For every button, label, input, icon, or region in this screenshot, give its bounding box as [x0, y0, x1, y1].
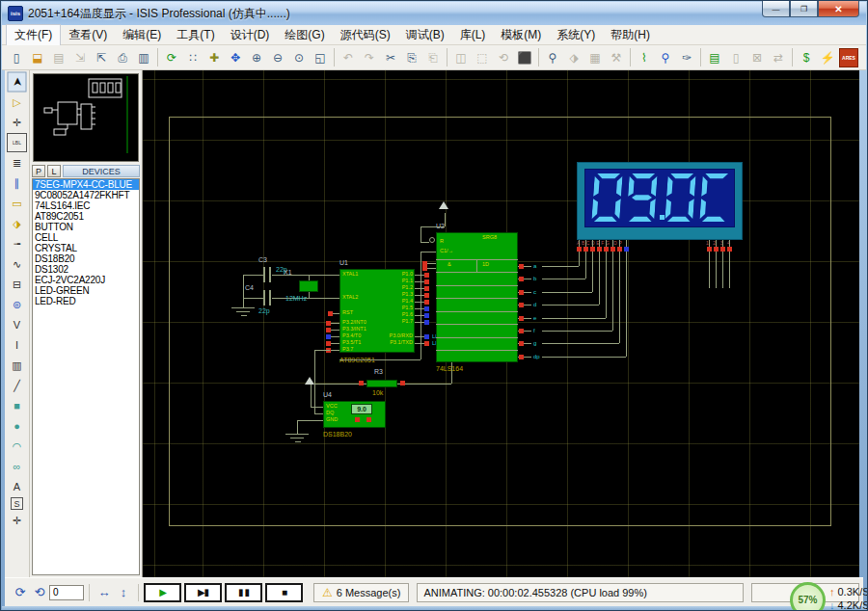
line-2d-icon[interactable]: ╱ [7, 376, 27, 395]
symbol-2d-icon[interactable]: S [11, 497, 23, 510]
undo-icon[interactable]: ↶ [339, 48, 358, 67]
flip-vertical-button[interactable]: ↕ [114, 584, 133, 601]
new-sheet-icon[interactable]: ▯ [726, 48, 746, 67]
refresh-icon[interactable]: ⟳ [162, 48, 181, 67]
junction-dot-icon[interactable]: ✛ [7, 113, 27, 132]
message-bar[interactable]: ⚠ 6 Message(s) [313, 583, 409, 602]
export-section-icon[interactable]: ⇱ [92, 48, 111, 67]
menu-item-7[interactable]: 调试(B) [398, 25, 452, 45]
design-explorer-icon[interactable]: ▤ [705, 48, 724, 67]
circle-2d-icon[interactable]: ● [7, 416, 27, 436]
subcircuit-icon[interactable]: ▭ [7, 194, 27, 213]
search-tag-icon[interactable]: ⚲ [656, 48, 675, 67]
redo-icon[interactable]: ↷ [360, 48, 379, 67]
flip-horizontal-button[interactable]: ↔ [95, 584, 114, 601]
copy-icon[interactable]: ⎘ [402, 48, 421, 67]
zoom-in-icon[interactable]: ⊕ [247, 48, 266, 67]
device-item-CRYSTAL[interactable]: CRYSTAL [33, 243, 139, 253]
cut-icon[interactable]: ✂ [381, 48, 400, 67]
save-design-icon[interactable]: ▤ [49, 48, 68, 67]
rotation-angle-input[interactable] [49, 585, 84, 600]
block-copy-icon[interactable]: ◫ [451, 48, 471, 67]
text-script-icon[interactable]: ≣ [7, 153, 27, 173]
device-item-74LS164.IEC[interactable]: 74LS164.IEC [33, 200, 139, 211]
crystal-x1[interactable] [299, 280, 318, 292]
menu-item-4[interactable]: 设计(D) [223, 25, 278, 45]
menu-item-8[interactable]: 库(L) [452, 25, 494, 45]
block-move-icon[interactable]: ⬚ [473, 48, 492, 67]
maximize-button[interactable]: ❐ [790, 1, 818, 17]
remove-sheet-icon[interactable]: ⊠ [747, 48, 767, 67]
packaging-tool-icon[interactable]: ▦ [585, 48, 605, 67]
paste-icon[interactable]: ⎗ [423, 48, 443, 67]
device-item-9C08052A1472FKHFT[interactable]: 9C08052A1472FKHFT [33, 190, 139, 200]
menu-item-6[interactable]: 源代码(S) [333, 25, 398, 45]
block-rotate-icon[interactable]: ⟲ [494, 48, 513, 67]
menu-item-11[interactable]: 帮助(H) [603, 25, 658, 45]
close-button[interactable]: ✕ [818, 1, 859, 17]
device-item-AT89C2051[interactable]: AT89C2051 [33, 211, 139, 222]
terminal-icon[interactable]: ⬗ [7, 214, 27, 233]
netlist-to-ares-icon[interactable]: ARES [839, 48, 858, 67]
step-button[interactable]: ▶▮ [184, 583, 222, 602]
current-probe-icon[interactable]: I [7, 335, 27, 355]
menu-item-2[interactable]: 编辑(E) [115, 25, 169, 45]
wire-autorouter-icon[interactable]: ⌇ [635, 48, 654, 67]
selection-mode-icon[interactable]: ➤ [8, 72, 27, 93]
device-item-CELL[interactable]: CELL [33, 232, 139, 243]
buses-icon[interactable]: ∥ [7, 173, 27, 193]
device-item-7SEG-MPX4-CC-BLUE[interactable]: 7SEG-MPX4-CC-BLUE [33, 179, 139, 190]
path-2d-icon[interactable]: ∞ [7, 457, 27, 476]
zoom-all-icon[interactable]: ⊙ [289, 48, 309, 67]
zoom-out-icon[interactable]: ⊖ [268, 48, 287, 67]
minimize-button[interactable]: — [762, 1, 790, 17]
pause-button[interactable]: ▮ ▮ [225, 583, 262, 602]
resistor-r3[interactable] [366, 380, 397, 387]
device-item-LED-GREEN[interactable]: LED-GREEN [33, 285, 139, 296]
device-item-DS18B20[interactable]: DS18B20 [33, 253, 139, 264]
menu-item-5[interactable]: 绘图(G) [277, 25, 332, 45]
pick-devices-button[interactable]: P [32, 165, 45, 177]
rotate-ccw-button[interactable]: ⟲ [30, 584, 49, 601]
property-assignment-icon[interactable]: ✑ [677, 48, 696, 67]
rotate-cw-button[interactable]: ⟳ [11, 584, 30, 601]
titlebar[interactable]: isis 2051+164温度显示 - ISIS Professional (仿… [2, 2, 866, 25]
overlay-percent-badge[interactable]: 57% [790, 582, 826, 611]
decompose-icon[interactable]: ⚒ [607, 48, 626, 67]
component-mode-icon[interactable]: ▷ [7, 93, 27, 112]
mark-output-area-icon[interactable]: ▥ [134, 48, 153, 67]
marker-2d-icon[interactable]: ✛ [7, 511, 27, 530]
make-device-icon[interactable]: ⬗ [564, 48, 583, 67]
device-item-LED-RED[interactable]: LED-RED [33, 296, 139, 306]
box-2d-icon[interactable]: ■ [7, 396, 27, 415]
goto-sheet-icon[interactable]: ⇄ [769, 48, 788, 67]
menu-item-9[interactable]: 模板(M) [493, 25, 549, 45]
pan-icon[interactable]: ✥ [226, 48, 245, 67]
zoom-area-icon[interactable]: ◱ [311, 48, 330, 67]
menu-item-0[interactable]: 文件(F) [6, 24, 61, 46]
generator-icon[interactable]: ⊚ [7, 295, 27, 314]
tape-recorder-icon[interactable]: ⊟ [7, 275, 27, 294]
menu-item-1[interactable]: 查看(V) [61, 25, 115, 45]
electrical-rule-check-icon[interactable]: ⚡ [818, 48, 837, 67]
schematic-overview[interactable] [33, 73, 139, 162]
new-design-icon[interactable]: ▯ [7, 48, 26, 67]
device-item-ECJ-2VC2A220J[interactable]: ECJ-2VC2A220J [33, 275, 139, 285]
menu-item-10[interactable]: 系统(Y) [549, 25, 603, 45]
stop-button[interactable]: ■ [265, 583, 303, 602]
arc-2d-icon[interactable]: ◠ [7, 437, 27, 456]
origin-icon[interactable]: ✚ [204, 48, 224, 67]
wire-label-icon[interactable]: LBL [7, 133, 27, 152]
bill-of-materials-icon[interactable]: $ [797, 48, 816, 67]
graph-mode-icon[interactable]: ∿ [7, 254, 27, 274]
text-2d-icon[interactable]: A [7, 477, 27, 496]
schematic-canvas[interactable]: C322pC422pX112MHzU1AT89C2051XTAL1XTAL2RS… [143, 70, 859, 577]
menu-item-3[interactable]: 工具(T) [169, 25, 222, 45]
play-button[interactable]: ▶ [144, 583, 181, 602]
import-section-icon[interactable]: ⇲ [70, 48, 90, 67]
block-delete-icon[interactable]: ⬛ [515, 48, 534, 67]
pick-device-icon[interactable]: ⚲ [543, 48, 562, 67]
print-icon[interactable]: ⎙ [113, 48, 132, 67]
device-item-BUTTON[interactable]: BUTTON [33, 222, 139, 232]
device-item-DS1302[interactable]: DS1302 [33, 264, 139, 275]
